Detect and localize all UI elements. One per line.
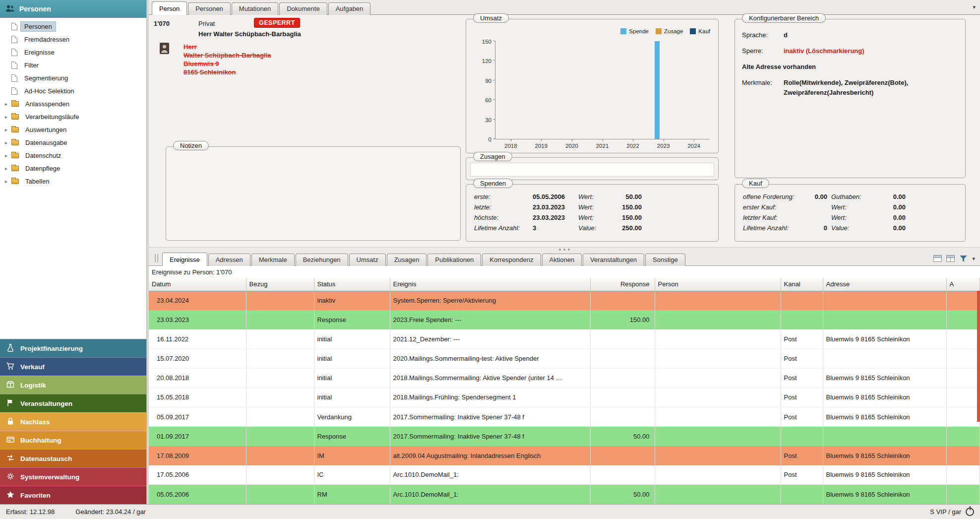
cell-kanal: Post [781, 388, 823, 407]
detail-tab[interactable]: Umsatz [349, 254, 386, 266]
sidebar-item[interactable]: ▸ Personen [0, 20, 146, 33]
column-header-a[interactable]: A [946, 278, 980, 291]
detail-tab[interactable]: Korrespondenz [482, 254, 541, 266]
splitter-handle[interactable] [563, 249, 565, 251]
cell-datum: 17.08.2009 [149, 446, 246, 465]
sidebar-item[interactable]: ▸ Fremdadressen [0, 33, 146, 46]
filter-funnel-icon[interactable] [959, 255, 968, 262]
detail-tab[interactable]: Merkmale [251, 254, 295, 266]
sidebar-item[interactable]: ▸ Auswertungen [0, 123, 146, 136]
field-amount: 0.00 [873, 193, 906, 200]
notizen-panel[interactable]: Notizen [166, 146, 461, 241]
sidebar-item-label[interactable]: Anlassspenden [22, 99, 73, 109]
sidebar-item-label[interactable]: Fremdadressen [21, 35, 73, 44]
column-header-person[interactable]: Person [655, 278, 781, 291]
sidebar-item[interactable]: ▸ Ad-Hoc Selektion [0, 84, 146, 97]
event-row[interactable]: 16.11.2022 initial 2021.12_Dezember: ---… [149, 329, 980, 349]
event-row[interactable]: 05.05.2006 RM Arc.1010.DemoMail_1: 50.00… [149, 485, 980, 504]
sidebar-item[interactable]: ▸ Datenschutz [0, 149, 146, 162]
detail-tab[interactable]: Zusagen [387, 254, 427, 266]
expand-caret-icon[interactable]: ▸ [5, 140, 11, 145]
module-buchhaltung[interactable]: Buchhaltung [0, 431, 146, 449]
column-header-bezug[interactable]: Bezug [246, 278, 314, 291]
main-tab[interactable]: Personen [188, 2, 231, 15]
column-header-response[interactable]: Response [590, 278, 655, 291]
module-label: Buchhaltung [20, 437, 61, 444]
event-row[interactable]: 23.04.2024 inaktiv System.Sperren: Sperr… [149, 291, 980, 310]
sidebar-item[interactable]: ▸ Ereignisse [0, 46, 146, 59]
row-scroll-indicator[interactable] [977, 291, 980, 422]
split-view-icon[interactable] [946, 255, 955, 262]
tabbar-grip[interactable] [155, 254, 158, 262]
module-veranstaltungen[interactable]: Veranstaltungen [0, 394, 146, 412]
module-verkauf[interactable]: Verkauf [0, 357, 146, 376]
column-header-datum[interactable]: Datum [149, 278, 246, 291]
module-projektfinanzierung[interactable]: Projektfinanzierung [0, 339, 146, 357]
sidebar-item[interactable]: ▸ Verarbeitungsläufe [0, 110, 146, 123]
sidebar-item-label[interactable]: Ad-Hoc Selektion [21, 86, 77, 96]
expand-caret-icon[interactable]: ▸ [5, 153, 11, 158]
main-tab[interactable]: Dokumente [279, 2, 327, 15]
column-header-ereignis[interactable]: Ereignis [390, 278, 590, 291]
column-header-kanal[interactable]: Kanal [781, 278, 823, 291]
detail-tab[interactable]: Adressen [208, 254, 250, 266]
sidebar-item-label[interactable]: Auswertungen [22, 125, 70, 134]
sidebar-item[interactable]: ▸ Datenausgabe [0, 136, 146, 149]
sidebar-item[interactable]: ▸ Segmentierung [0, 71, 146, 84]
sidebar-item-label[interactable]: Datenpflege [22, 164, 63, 173]
detail-tab[interactable]: Ereignisse [162, 253, 207, 266]
sidebar-header[interactable]: Personen [0, 0, 146, 18]
event-row[interactable]: 23.03.2023 Response 2023.Freie Spenden: … [149, 310, 980, 329]
sidebar-item-label[interactable]: Tabellen [22, 177, 53, 186]
module-logistik[interactable]: Logistik [0, 376, 146, 394]
tab-overflow-caret-icon[interactable]: ▾ [973, 4, 976, 10]
main-tab[interactable]: Mutationen [232, 2, 278, 15]
cell-adresse: Bluemwis 9 8165 Schleinikon [823, 465, 946, 485]
cell-kanal: Post [781, 465, 823, 485]
sidebar-item[interactable]: ▸ Datenpflege [0, 162, 146, 175]
detail-tab[interactable]: Beziehungen [296, 254, 348, 266]
cell-kanal: Post [781, 446, 823, 465]
sidebar-item-label[interactable]: Segmentierung [21, 73, 71, 83]
sidebar-item-label[interactable]: Filter [21, 61, 42, 70]
module-nachlass[interactable]: Nachlass [0, 412, 146, 431]
collapse-view-icon[interactable] [933, 255, 942, 262]
expand-caret-icon[interactable]: ▸ [5, 166, 11, 171]
main-tab[interactable]: Person [152, 1, 187, 15]
detail-tab[interactable]: Publikationen [428, 254, 481, 266]
expand-caret-icon[interactable]: ▸ [5, 179, 11, 184]
expand-caret-icon[interactable]: ▸ [5, 101, 11, 107]
expand-caret-icon[interactable]: ▸ [5, 114, 11, 120]
module-datenaustausch[interactable]: Datenaustausch [0, 449, 146, 467]
event-row[interactable]: 17.08.2009 IM alt.2009.04 Augustmailing:… [149, 446, 980, 465]
event-row[interactable]: 05.09.2017 Verdankung 2017.Sommermailing… [149, 407, 980, 426]
module-buttons: Projektfinanzierung Verkauf Logistik Ver… [0, 339, 146, 504]
expand-caret-icon[interactable]: ▸ [5, 127, 11, 132]
column-header-adresse[interactable]: Adresse [823, 278, 946, 291]
event-row[interactable]: 20.08.2018 initial 2018.Mailings.Sommerm… [149, 368, 980, 388]
column-header-status[interactable]: Status [314, 278, 390, 291]
main-tab[interactable]: Aufgaben [328, 2, 371, 15]
sidebar-item-label[interactable]: Personen [21, 22, 56, 31]
module-favoriten[interactable]: Favoriten [0, 486, 146, 504]
sidebar-item-label[interactable]: Verarbeitungsläufe [22, 112, 82, 122]
detail-tab[interactable]: Sonstige [645, 254, 685, 266]
event-row[interactable]: 15.07.2020 initial 2020.Mailings.Sommerm… [149, 349, 980, 368]
detail-overflow-caret-icon[interactable]: ▾ [972, 256, 975, 262]
sidebar-item-label[interactable]: Ereignisse [21, 48, 58, 57]
module-systemverwaltung[interactable]: Systemverwaltung [0, 467, 146, 486]
power-icon[interactable] [966, 508, 974, 516]
person-detail-panel: 1'070 Privat GESPERRT Herr Walter Schüpb… [149, 15, 980, 247]
event-row[interactable]: 17.05.2006 IC Arc.1010.DemoMail_1: Post … [149, 465, 980, 485]
sidebar-item-label[interactable]: Datenschutz [22, 151, 64, 160]
sidebar-item[interactable]: ▸ Anlassspenden [0, 97, 146, 110]
event-row[interactable]: 15.05.2018 initial 2018.Mailings.Frühlin… [149, 388, 980, 407]
sidebar-item[interactable]: ▸ Tabellen [0, 175, 146, 188]
sidebar-item[interactable]: ▸ Filter [0, 59, 146, 71]
event-row[interactable]: 01.09.2017 Response 2017.Sommermailing: … [149, 427, 980, 446]
horizontal-splitter[interactable] [149, 247, 980, 251]
portrait-icon[interactable] [160, 43, 169, 56]
sidebar-item-label[interactable]: Datenausgabe [22, 138, 71, 147]
detail-tab[interactable]: Aktionen [542, 254, 582, 266]
detail-tab[interactable]: Veranstaltungen [583, 254, 644, 266]
